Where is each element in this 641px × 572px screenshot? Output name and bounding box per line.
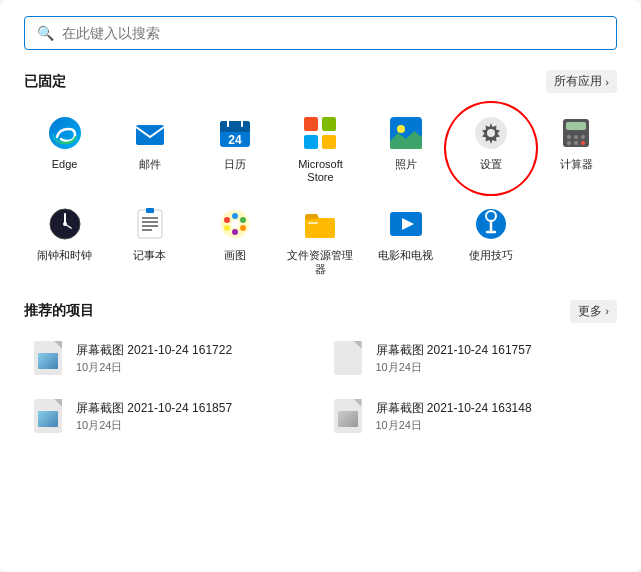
app-tips-label: 使用技巧	[469, 249, 513, 262]
calculator-icon	[556, 113, 596, 153]
rec-file-name-2: 屏幕截图 2021-10-24 161857	[76, 400, 232, 417]
search-bar[interactable]: 🔍	[24, 16, 617, 50]
svg-point-18	[567, 135, 571, 139]
svg-point-40	[232, 229, 238, 235]
svg-point-13	[397, 125, 405, 133]
rec-file-date-2: 10月24日	[76, 418, 232, 433]
rec-item-0[interactable]: 屏幕截图 2021-10-24 161722 10月24日	[24, 333, 318, 385]
app-explorer[interactable]: 文件资源管理器	[280, 196, 361, 283]
chevron-right-icon: ›	[605, 76, 609, 88]
app-paint[interactable]: 画图	[195, 196, 276, 283]
app-photos[interactable]: 照片	[365, 105, 446, 192]
recommended-files-grid: 屏幕截图 2021-10-24 161722 10月24日 屏幕截图 2021-…	[24, 333, 617, 443]
rec-file-name-1: 屏幕截图 2021-10-24 161757	[376, 342, 532, 359]
rec-item-1[interactable]: 屏幕截图 2021-10-24 161757 10月24日	[324, 333, 618, 385]
rec-file-date-3: 10月24日	[376, 418, 532, 433]
tips-icon	[471, 204, 511, 244]
svg-rect-11	[322, 135, 336, 149]
recommended-section-header: 推荐的项目 更多 ›	[24, 300, 617, 323]
app-explorer-label: 文件资源管理器	[284, 249, 357, 275]
mail-icon	[130, 113, 170, 153]
svg-rect-44	[308, 222, 318, 224]
svg-point-20	[581, 135, 585, 139]
svg-rect-34	[146, 208, 154, 213]
store-icon	[300, 113, 340, 153]
pinned-title: 已固定	[24, 73, 66, 91]
app-store[interactable]: Microsoft Store	[280, 105, 361, 192]
app-store-label: Microsoft Store	[284, 158, 357, 184]
movies-icon	[386, 204, 426, 244]
chevron-right-more-icon: ›	[605, 305, 609, 317]
search-icon: 🔍	[37, 25, 54, 41]
rec-file-icon-1	[334, 341, 366, 377]
rec-file-icon-2	[34, 399, 66, 435]
svg-rect-17	[566, 122, 586, 130]
svg-rect-1	[136, 125, 164, 145]
explorer-icon	[300, 204, 340, 244]
app-edge-label: Edge	[52, 158, 78, 171]
svg-point-15	[487, 129, 495, 137]
pinned-apps-grid: Edge 邮件 24	[24, 105, 617, 284]
app-movies-label: 电影和电视	[378, 249, 433, 262]
svg-rect-8	[304, 117, 318, 131]
rec-file-date-0: 10月24日	[76, 360, 232, 375]
app-clock-label: 闹钟和时钟	[37, 249, 92, 262]
app-notepad-label: 记事本	[133, 249, 166, 262]
recommended-title: 推荐的项目	[24, 302, 94, 320]
svg-text:24: 24	[229, 133, 243, 147]
notepad-icon	[130, 204, 170, 244]
svg-point-42	[231, 220, 239, 228]
rec-file-name-3: 屏幕截图 2021-10-24 163148	[376, 400, 532, 417]
photos-icon	[386, 113, 426, 153]
app-notepad[interactable]: 记事本	[109, 196, 190, 283]
all-apps-button[interactable]: 所有应用 ›	[546, 70, 617, 93]
svg-rect-43	[305, 218, 335, 238]
app-calculator[interactable]: 计算器	[536, 105, 617, 192]
svg-point-28	[63, 222, 67, 226]
app-settings-label: 设置	[480, 158, 502, 171]
search-input[interactable]	[62, 25, 604, 41]
svg-point-38	[240, 217, 246, 223]
settings-icon	[471, 113, 511, 153]
svg-rect-4	[220, 128, 250, 132]
rec-item-2[interactable]: 屏幕截图 2021-10-24 161857 10月24日	[24, 391, 318, 443]
app-calculator-label: 计算器	[560, 158, 593, 171]
app-mail-label: 邮件	[139, 158, 161, 171]
app-paint-label: 画图	[224, 249, 246, 262]
app-mail[interactable]: 邮件	[109, 105, 190, 192]
svg-point-37	[232, 213, 238, 219]
svg-rect-9	[322, 117, 336, 131]
app-photos-label: 照片	[395, 158, 417, 171]
app-movies[interactable]: 电影和电视	[365, 196, 446, 283]
app-settings[interactable]: 设置	[450, 105, 531, 192]
edge-icon	[45, 113, 85, 153]
app-edge[interactable]: Edge	[24, 105, 105, 192]
svg-rect-10	[304, 135, 318, 149]
svg-point-36	[224, 217, 230, 223]
calendar-icon: 24	[215, 113, 255, 153]
rec-file-date-1: 10月24日	[376, 360, 532, 375]
app-tips[interactable]: 使用技巧	[450, 196, 531, 283]
rec-file-icon-0	[34, 341, 66, 377]
svg-point-22	[574, 141, 578, 145]
app-calendar-label: 日历	[224, 158, 246, 171]
pinned-section-header: 已固定 所有应用 ›	[24, 70, 617, 93]
more-button[interactable]: 更多 ›	[570, 300, 617, 323]
svg-point-21	[567, 141, 571, 145]
svg-rect-29	[138, 210, 162, 238]
app-clock[interactable]: 闹钟和时钟	[24, 196, 105, 283]
svg-point-23	[581, 141, 585, 145]
clock-icon	[45, 204, 85, 244]
rec-file-icon-3	[334, 399, 366, 435]
svg-point-39	[240, 225, 246, 231]
rec-item-3[interactable]: 屏幕截图 2021-10-24 163148 10月24日	[324, 391, 618, 443]
paint-icon	[215, 204, 255, 244]
start-panel: 🔍 已固定 所有应用 ›	[0, 0, 641, 572]
svg-point-19	[574, 135, 578, 139]
rec-file-name-0: 屏幕截图 2021-10-24 161722	[76, 342, 232, 359]
svg-point-41	[224, 225, 230, 231]
app-calendar[interactable]: 24 日历	[195, 105, 276, 192]
